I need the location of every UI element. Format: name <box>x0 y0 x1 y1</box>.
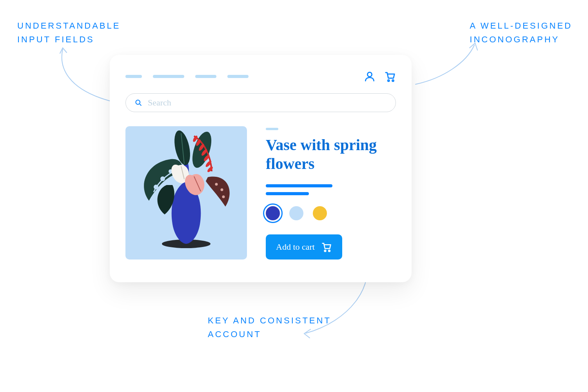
top-nav <box>125 71 396 82</box>
product-image <box>125 126 247 260</box>
svg-point-1 <box>388 80 389 82</box>
svg-point-6 <box>154 185 158 189</box>
svg-point-7 <box>160 176 165 181</box>
nav-item[interactable] <box>227 75 249 78</box>
search-field[interactable] <box>125 93 396 112</box>
arrow-icon <box>412 39 482 90</box>
add-to-cart-label: Add to cart <box>276 242 315 252</box>
search-input[interactable] <box>148 98 387 108</box>
svg-point-22 <box>222 196 225 198</box>
svg-point-18 <box>207 166 214 173</box>
cart-icon <box>321 241 332 252</box>
svg-point-2 <box>392 80 394 82</box>
svg-point-24 <box>328 250 330 252</box>
color-swatches <box>266 206 396 220</box>
svg-point-20 <box>215 183 218 186</box>
product-info: Vase with spring flowers Add to cart <box>266 126 396 260</box>
color-swatch-blue[interactable] <box>266 206 280 220</box>
user-icon[interactable] <box>364 71 376 82</box>
description-line <box>266 192 309 195</box>
svg-point-21 <box>221 189 223 191</box>
nav-item[interactable] <box>153 75 184 78</box>
product-card: Vase with spring flowers Add to cart <box>110 55 412 282</box>
search-icon <box>134 99 142 107</box>
annotation-line: A WELL-DESIGNED <box>470 19 572 33</box>
description-line <box>266 184 332 187</box>
category-tag <box>266 128 278 130</box>
annotation-iconography: A WELL-DESIGNED INCONOGRAPHY <box>470 19 572 46</box>
vase-illustration <box>125 126 247 260</box>
product-section: Vase with spring flowers Add to cart <box>125 126 396 260</box>
product-title: Vase with spring flowers <box>266 136 396 173</box>
annotation-input-fields: UNDERSTANDABLE INPUT FIELDS <box>17 19 120 46</box>
color-swatch-yellow[interactable] <box>313 206 327 220</box>
nav-item[interactable] <box>125 75 142 78</box>
annotation-line: INCONOGRAPHY <box>470 33 572 46</box>
svg-point-0 <box>367 72 372 76</box>
cart-icon[interactable] <box>384 71 396 82</box>
annotation-line: UNDERSTANDABLE <box>17 19 120 33</box>
color-swatch-lightblue[interactable] <box>289 206 303 220</box>
svg-point-23 <box>325 250 326 252</box>
add-to-cart-button[interactable]: Add to cart <box>266 234 342 260</box>
svg-point-3 <box>136 100 140 104</box>
svg-line-4 <box>140 104 141 105</box>
nav-item[interactable] <box>195 75 216 78</box>
